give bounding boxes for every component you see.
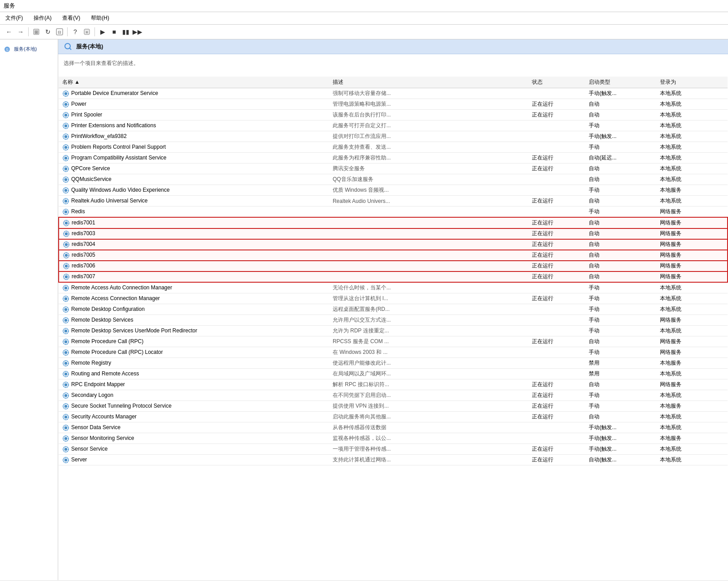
table-row[interactable]: redis7005正在运行自动网络服务 [59, 250, 728, 261]
service-desc-cell: 强制可移动大容量存储... [329, 88, 528, 99]
service-startup-cell: 手动(触发... [585, 88, 656, 99]
service-gear-icon [62, 165, 69, 172]
service-desc-cell: 使远程用户能修改此计... [329, 358, 528, 369]
table-row[interactable]: Remote Desktop Configuration远程桌面配置服务(RD.… [59, 304, 728, 315]
table-row[interactable]: Printer Extensions and Notifications此服务可… [59, 121, 728, 131]
table-row[interactable]: RPC Endpoint Mapper解析 RPC 接口标识符...正在运行自动… [59, 379, 728, 390]
service-name-cell: redis7007 [59, 271, 329, 283]
toolbar-refresh[interactable]: ↻ [43, 26, 53, 37]
service-status-cell: 正在运行 [528, 153, 585, 164]
toolbar-restart[interactable]: ▶▶ [132, 26, 143, 37]
nav-services-local[interactable]: S 服务(本地) [2, 43, 56, 56]
service-status-cell: 正在运行 [528, 250, 585, 261]
service-desc-cell: 允许为 RDP 连接重定... [329, 326, 528, 336]
toolbar-properties[interactable]: ≡ [81, 26, 92, 37]
col-header-login[interactable]: 登录为 [656, 77, 728, 88]
service-name-cell: redis7003 [59, 228, 329, 239]
table-row[interactable]: redis7003正在运行自动网络服务 [59, 228, 728, 239]
table-row[interactable]: redis7001正在运行自动网络服务 [59, 217, 728, 228]
service-login-cell: 网络服务 [656, 347, 728, 358]
service-desc-cell: 启动此服务将向其他服... [329, 412, 528, 422]
col-header-desc[interactable]: 描述 [329, 77, 528, 88]
table-row[interactable]: Routing and Remote Access在局域网以及广域网环...禁用… [59, 369, 728, 379]
service-status-cell [528, 121, 585, 131]
svg-point-106 [64, 437, 67, 440]
service-name-cell: Remote Registry [59, 358, 329, 369]
toolbar-back[interactable]: ← [4, 26, 14, 37]
table-row[interactable]: Problem Reports Control Panel Support此服务… [59, 142, 728, 153]
table-row[interactable]: Security Accounts Manager启动此服务将向其他服...正在… [59, 412, 728, 422]
service-desc-cell [329, 228, 528, 239]
table-row[interactable]: Power管理电源策略和电源策...正在运行自动本地系统 [59, 99, 728, 110]
svg-point-103 [64, 426, 67, 429]
table-row[interactable]: QQMusicServiceQQ音乐加速服务自动本地系统 [59, 174, 728, 185]
table-row[interactable]: Realtek Audio Universal ServiceRealtek A… [59, 196, 728, 207]
toolbar-forward[interactable]: → [15, 26, 26, 37]
service-name-cell: redis7005 [59, 250, 329, 261]
service-status-cell: 正在运行 [528, 379, 585, 390]
table-row[interactable]: redis7004正在运行自动网络服务 [59, 239, 728, 250]
menu-file[interactable]: 文件(F) [4, 13, 25, 23]
service-name-cell: Remote Procedure Call (RPC) Locator [59, 347, 329, 358]
toolbar-pause[interactable]: ▮▮ [120, 26, 131, 37]
table-row[interactable]: Remote Access Auto Connection Manager无论什… [59, 282, 728, 293]
table-row[interactable]: Portable Device Enumerator Service强制可移动大… [59, 88, 728, 99]
toolbar-sep1 [28, 27, 29, 36]
service-name-cell: Remote Desktop Services [59, 315, 329, 326]
col-header-name[interactable]: 名称 ▲ [59, 77, 329, 88]
service-gear-icon [63, 230, 70, 237]
table-row[interactable]: Remote Desktop Services允许用户以交互方式连...手动网络… [59, 315, 728, 326]
service-startup-cell: 自动 [585, 412, 656, 422]
table-row[interactable]: Sensor Data Service从各种传感器传送数据手动(触发...本地系… [59, 422, 728, 433]
service-gear-icon [62, 295, 69, 302]
svg-point-43 [64, 211, 67, 213]
service-desc-cell: 支持此计算机通过网络... [329, 455, 528, 465]
table-row[interactable]: Remote Registry使远程用户能修改此计...禁用本地服务 [59, 358, 728, 369]
table-row[interactable]: Remote Desktop Services UserMode Port Re… [59, 326, 728, 336]
service-startup-cell: 自动 [585, 174, 656, 185]
service-login-cell: 本地服务 [656, 185, 728, 196]
table-row[interactable]: Program Compatibility Assistant Service此… [59, 153, 728, 164]
table-row[interactable]: Secure Socket Tunneling Protocol Service… [59, 401, 728, 412]
service-status-cell [528, 174, 585, 185]
table-row[interactable]: Sensor Service一项用于管理各种传感...正在运行手动(触发...本… [59, 444, 728, 455]
menu-help[interactable]: 帮助(H) [89, 13, 111, 23]
menu-action[interactable]: 操作(A) [32, 13, 53, 23]
service-login-cell: 本地系统 [656, 326, 728, 336]
svg-point-79 [64, 340, 67, 343]
toolbar-up[interactable]: ⊞ [31, 26, 42, 37]
menu-view[interactable]: 查看(V) [60, 13, 82, 23]
service-status-cell [528, 304, 585, 315]
table-row[interactable]: Redis手动网络服务 [59, 207, 728, 218]
table-row[interactable]: QPCore Service腾讯安全服务正在运行自动本地系统 [59, 164, 728, 174]
toolbar-play[interactable]: ▶ [97, 26, 108, 37]
table-row[interactable]: Quality Windows Audio Video Experience优质… [59, 185, 728, 196]
service-startup-cell: 手动 [585, 401, 656, 412]
table-row[interactable]: redis7007正在运行自动网络服务 [59, 271, 728, 283]
service-startup-cell: 手动 [585, 347, 656, 358]
service-login-cell: 本地服务 [656, 401, 728, 412]
service-desc-cell [329, 239, 528, 250]
table-row[interactable]: Remote Procedure Call (RPC)RPCSS 服务是 COM… [59, 336, 728, 347]
toolbar-help[interactable]: ? [70, 26, 81, 37]
table-row[interactable]: Remote Procedure Call (RPC) Locator在 Win… [59, 347, 728, 358]
svg-point-34 [64, 178, 67, 181]
table-row[interactable]: Remote Access Connection Manager管理从这台计算机… [59, 293, 728, 304]
col-header-status[interactable]: 状态 [528, 77, 585, 88]
table-row[interactable]: Sensor Monitoring Service监视各种传感器，以公...手动… [59, 433, 728, 444]
table-wrapper[interactable]: 名称 ▲ 描述 状态 启动类型 登录为 [58, 77, 728, 580]
table-row[interactable]: Server支持此计算机通过网络...正在运行自动(触发...本地系统 [59, 455, 728, 465]
service-startup-cell: 自动 [585, 217, 656, 228]
col-header-startup[interactable]: 启动类型 [585, 77, 656, 88]
table-row[interactable]: redis7006正在运行自动网络服务 [59, 261, 728, 271]
table-row[interactable]: Print Spooler该服务在后台执行打印...正在运行自动本地系统 [59, 110, 728, 121]
service-startup-cell: 自动 [585, 336, 656, 347]
table-row[interactable]: Secondary Logon在不同凭据下启用启动...正在运行手动本地系统 [59, 390, 728, 401]
service-login-cell: 本地系统 [656, 304, 728, 315]
toolbar-stop[interactable]: ■ [109, 26, 120, 37]
service-status-cell [528, 347, 585, 358]
toolbar-export[interactable]: ⊟ [54, 26, 65, 37]
service-desc-cell [329, 271, 528, 283]
table-row[interactable]: PrintWorkflow_efa9382提供对打印工作流应用...手动(触发.… [59, 131, 728, 142]
service-desc-cell: 优质 Windows 音频视... [329, 185, 528, 196]
